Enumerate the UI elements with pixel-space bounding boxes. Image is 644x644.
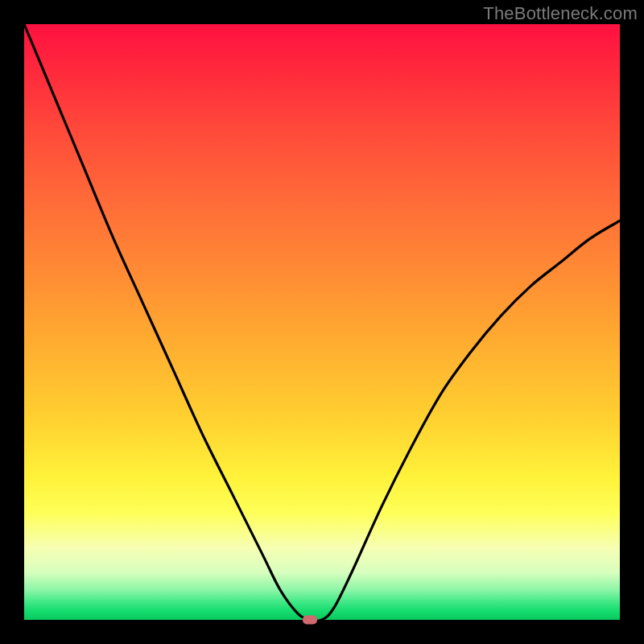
- watermark-text: TheBottleneck.com: [483, 3, 638, 24]
- plot-area: [24, 24, 620, 620]
- curve-path: [24, 24, 620, 621]
- minimum-marker: [303, 616, 317, 625]
- bottleneck-curve: [24, 24, 620, 620]
- chart-frame: TheBottleneck.com: [0, 0, 644, 644]
